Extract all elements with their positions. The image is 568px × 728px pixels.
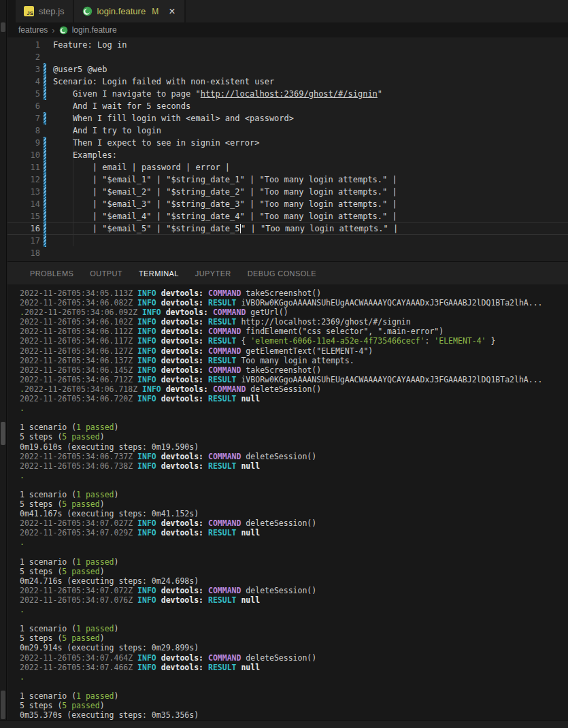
gutter-modified-indicator — [44, 186, 46, 198]
terminal-line: 2022-11-26T05:34:06.137Z INFO devtools: … — [20, 356, 568, 365]
terminal-line — [20, 480, 568, 490]
editor-line[interactable]: 2 — [7, 51, 568, 63]
gutter-modified-indicator — [44, 247, 46, 259]
terminal-line: 2022-11-26T05:34:06.737Z INFO devtools: … — [20, 452, 568, 461]
bottom-window-strip — [0, 720, 568, 728]
left-strip-scroll-thumb[interactable] — [1, 422, 5, 445]
editor-line[interactable]: 6 And I wait for 5 seconds — [7, 100, 568, 112]
line-number: 14 — [7, 199, 40, 209]
terminal-line: 5 steps (5 passed) — [20, 633, 568, 643]
line-number: 18 — [7, 248, 40, 258]
line-number: 6 — [7, 101, 40, 111]
breadcrumb: features › login.feature — [7, 22, 568, 37]
code-text: And I try to login — [53, 126, 161, 135]
terminal-line: 2022-11-26T05:34:06.082Z INFO devtools: … — [20, 298, 568, 308]
terminal-line — [20, 413, 568, 423]
code-text: | "$email_5" | "$string_date_5" | "Too m… — [53, 224, 398, 234]
terminal-line: 2022-11-26T05:34:07.464Z INFO devtools: … — [20, 653, 568, 663]
terminal-line: .2022-11-26T05:34:06.092Z INFO devtools:… — [20, 308, 568, 317]
left-strip-block — [1, 22, 5, 32]
editor-line[interactable]: 3@user5 @web — [7, 63, 568, 76]
line-number: 9 — [7, 138, 40, 148]
code-text: | email | password | error | — [53, 163, 230, 172]
editor-line[interactable]: 13 | "$email_2" | "$string_date_2" | "To… — [7, 186, 568, 198]
panel-tab-debug-console[interactable]: DEBUG CONSOLE — [239, 262, 324, 284]
line-number: 17 — [7, 236, 40, 246]
line-number: 13 — [7, 187, 40, 197]
editor-line[interactable]: 14 | "$email_3" | "$string_date_3" | "To… — [7, 198, 568, 210]
close-icon[interactable]: × — [167, 6, 176, 17]
terminal-line — [20, 548, 568, 557]
editor-line[interactable]: 12 | "$email_1" | "$string_date_1" | "To… — [7, 173, 568, 186]
terminal-line: 2022-11-26T05:34:05.113Z INFO devtools: … — [20, 288, 568, 298]
editor-line[interactable]: 9 Then I expect to see in signin <error> — [7, 137, 568, 149]
editor-line[interactable]: 15 | "$email_4" | "$string_date_4" | "To… — [7, 210, 568, 222]
line-number: 7 — [7, 114, 40, 123]
terminal-line: 2022-11-26T05:34:06.712Z INFO devtools: … — [20, 375, 568, 384]
line-number: 4 — [7, 77, 40, 86]
terminal-line: 5 steps (5 passed) — [20, 567, 568, 576]
code-text: @user5 @web — [53, 65, 107, 74]
terminal-output[interactable]: 2022-11-26T05:34:05.113Z INFO devtools: … — [7, 284, 568, 720]
gutter-modified-indicator — [44, 173, 46, 186]
editor-line[interactable]: 11 | email | password | error | — [7, 161, 568, 173]
code-text: And I wait for 5 seconds — [53, 101, 190, 111]
breadcrumb-folder[interactable]: features — [18, 25, 48, 35]
code-editor[interactable]: 1Feature: Log in23@user5 @web4Scenario: … — [7, 37, 568, 261]
left-strip-scroll-thumb-2[interactable] — [1, 691, 5, 719]
line-number: 12 — [7, 175, 40, 184]
gutter-modified-indicator — [44, 39, 46, 51]
terminal-line: 2022-11-26T05:34:06.738Z INFO devtools: … — [20, 461, 568, 471]
gutter-modified-indicator — [44, 161, 46, 173]
line-number: 3 — [7, 65, 40, 74]
terminal-line: 0m35.370s (executing steps: 0m35.356s) — [20, 710, 568, 720]
editor-line[interactable]: 4Scenario: Login failed with non-existen… — [7, 76, 568, 88]
tab-bar-empty-space — [186, 0, 568, 22]
tab-login-feature[interactable]: login.feature M × — [74, 0, 186, 22]
cucumber-icon — [82, 6, 93, 16]
editor-line[interactable]: 18 — [7, 247, 568, 259]
editor-line[interactable]: 17 — [7, 235, 568, 247]
code-text: Feature: Log in — [53, 40, 127, 50]
editor-line[interactable]: 5 Given I navigate to page "http://local… — [7, 88, 568, 100]
panel-tab-jupyter[interactable]: JUPYTER — [187, 262, 239, 284]
line-number: 10 — [7, 150, 40, 160]
terminal-line — [20, 614, 568, 624]
terminal-line: 1 scenario (1 passed) — [20, 624, 568, 633]
terminal-line: 1 scenario (1 passed) — [20, 423, 568, 432]
gutter-modified-indicator — [44, 198, 46, 210]
editor-line[interactable]: 16 | "$email_5" | "$string_date_5" | "To… — [7, 222, 568, 235]
terminal-line: .2022-11-26T05:34:06.718Z INFO devtools:… — [20, 384, 568, 394]
git-modified-badge: M — [152, 7, 158, 16]
terminal-line: 2022-11-26T05:34:07.076Z INFO devtools: … — [20, 595, 568, 605]
terminal-line: 1 scenario (1 passed) — [20, 691, 568, 701]
terminal-line: . — [20, 537, 568, 547]
gutter-modified-indicator — [44, 137, 46, 149]
editor-line[interactable]: 8 And I try to login — [7, 125, 568, 137]
gutter-modified-indicator — [44, 51, 46, 63]
panel-tab-problems[interactable]: PROBLEMS — [22, 262, 82, 284]
editor-line[interactable]: 7 When I fill login with <email> and <pa… — [7, 112, 568, 125]
gutter-modified-indicator — [44, 112, 46, 125]
terminal-line: . — [20, 605, 568, 614]
editor-line[interactable]: 1Feature: Log in — [7, 39, 568, 51]
code-text: Then I expect to see in signin <error> — [53, 138, 259, 148]
terminal-line: 2022-11-26T05:34:06.145Z INFO devtools: … — [20, 365, 568, 375]
line-number: 8 — [7, 126, 40, 135]
terminal-line: 2022-11-26T05:34:06.112Z INFO devtools: … — [20, 327, 568, 336]
terminal-line: 0m41.167s (executing steps: 0m41.152s) — [20, 509, 568, 518]
terminal-line: 2022-11-26T05:34:07.027Z INFO devtools: … — [20, 518, 568, 528]
tab-step-js[interactable]: JS step.js — [16, 0, 74, 22]
line-number: 2 — [7, 52, 40, 62]
editor-line[interactable]: 10 Examples: — [7, 149, 568, 161]
terminal-line: 2022-11-26T05:34:07.029Z INFO devtools: … — [20, 528, 568, 537]
terminal-line: 2022-11-26T05:34:06.720Z INFO devtools: … — [20, 394, 568, 403]
code-text: | "$email_2" | "$string_date_2" | "Too m… — [53, 187, 397, 197]
panel-tab-terminal[interactable]: TERMINAL — [131, 262, 187, 284]
panel-tab-output[interactable]: OUTPUT — [82, 262, 131, 284]
tab-label: step.js — [39, 6, 65, 16]
breadcrumb-file[interactable]: login.feature — [72, 25, 117, 35]
editor-tab-bar: JS step.js login.feature M × — [7, 0, 568, 22]
line-number: 15 — [7, 212, 40, 221]
line-number: 5 — [7, 89, 40, 99]
